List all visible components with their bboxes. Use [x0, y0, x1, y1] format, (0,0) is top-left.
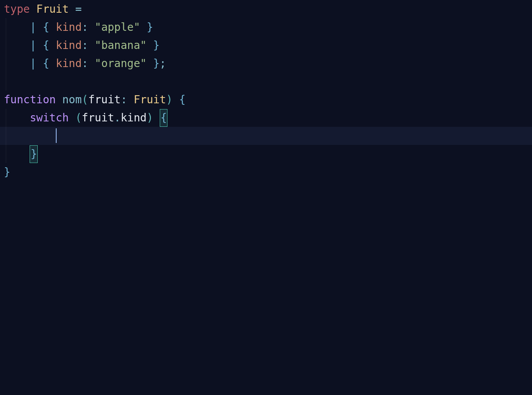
- brace-close: }: [147, 21, 153, 34]
- indent-guide: [6, 127, 6, 145]
- parameter-name: fruit: [88, 93, 120, 106]
- code-line[interactable]: [0, 72, 532, 91]
- indent-guide: [6, 36, 6, 54]
- semicolon: ;: [160, 57, 166, 70]
- code-line[interactable]: function nom(fruit: Fruit) {: [0, 91, 532, 109]
- property-name: kind: [56, 39, 82, 52]
- code-line[interactable]: switch (fruit.kind) {: [0, 109, 532, 127]
- brace-open: {: [43, 21, 49, 34]
- code-editor[interactable]: type Fruit = | { kind: "apple" } | { kin…: [0, 0, 532, 395]
- function-name: nom: [62, 93, 82, 106]
- string-literal: "banana": [95, 39, 147, 52]
- code-line[interactable]: }: [0, 145, 532, 163]
- colon: :: [82, 21, 88, 34]
- paren-close: ): [166, 93, 172, 106]
- colon: :: [120, 93, 127, 106]
- brace-open: {: [43, 57, 49, 70]
- brace-open-matched: {: [160, 109, 168, 127]
- brace-close: }: [4, 166, 10, 178]
- union-pipe: |: [30, 39, 36, 52]
- code-line-active[interactable]: [0, 127, 532, 145]
- brace-close: }: [153, 57, 160, 70]
- keyword-function: function: [4, 93, 56, 106]
- dot-operator: .: [114, 111, 121, 124]
- code-line[interactable]: type Fruit =: [0, 0, 532, 18]
- colon: :: [82, 39, 88, 52]
- paren-close: ): [147, 111, 153, 124]
- brace-close: }: [153, 39, 160, 52]
- text-cursor: [56, 128, 57, 143]
- property-name: kind: [56, 21, 82, 34]
- keyword-switch: switch: [30, 111, 69, 124]
- code-line[interactable]: | { kind: "apple" }: [0, 18, 532, 36]
- indent-guide: [6, 54, 6, 72]
- union-pipe: |: [30, 21, 36, 34]
- brace-open: {: [43, 39, 49, 52]
- paren-open: (: [82, 93, 88, 106]
- keyword-type: type: [4, 3, 30, 15]
- union-pipe: |: [30, 57, 36, 70]
- code-line[interactable]: | { kind: "banana" }: [0, 36, 532, 54]
- property-name: kind: [56, 57, 82, 70]
- type-annotation: Fruit: [134, 93, 166, 106]
- object-reference: fruit: [82, 111, 114, 124]
- brace-close-matched: }: [30, 145, 38, 163]
- string-literal: "orange": [95, 57, 147, 70]
- paren-open: (: [75, 111, 82, 124]
- string-literal: "apple": [95, 21, 140, 34]
- member-access: kind: [120, 111, 146, 124]
- colon: :: [82, 57, 88, 70]
- indent-guide: [6, 18, 6, 36]
- equals-operator: =: [75, 3, 82, 15]
- indent-guide: [6, 109, 6, 127]
- indent-guide: [6, 145, 6, 163]
- brace-open: {: [179, 93, 186, 106]
- type-identifier: Fruit: [36, 3, 69, 15]
- indent-guide: [6, 72, 6, 91]
- code-line[interactable]: | { kind: "orange" };: [0, 54, 532, 72]
- code-line[interactable]: }: [0, 163, 532, 181]
